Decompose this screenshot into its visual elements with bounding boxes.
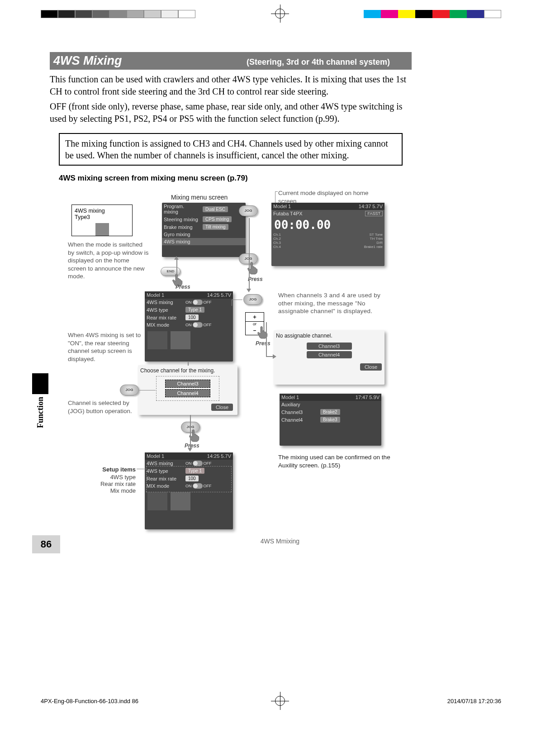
- home-screen: Model 114:37 5.7V Futaba T4PX FASST 00:0…: [271, 203, 384, 266]
- channel3-button[interactable]: Channel3: [165, 380, 210, 388]
- setup-item: 4WS type: [84, 474, 136, 481]
- arrow-line: [190, 415, 191, 449]
- arrow-line: [266, 322, 267, 356]
- leader-line: [232, 300, 242, 300]
- arrow-line: [249, 218, 250, 290]
- print-info-file: 4PX-Eng-08-Function-66-103.indd 86: [41, 698, 138, 704]
- home-timer: 00:00.00: [271, 217, 384, 233]
- mixing-setup-screen-a: Model 114:25 5.7V 4WS mixing ONOFF 4WS t…: [145, 291, 233, 362]
- leader-line: [275, 191, 278, 192]
- car-mode-icon: [147, 492, 167, 510]
- registration-grey-bar: [41, 10, 195, 18]
- jog-button[interactable]: JOG: [243, 294, 262, 305]
- menu-row: Gyro mixing: [162, 231, 246, 238]
- home-channels: Ch.1Ch.2 Ch.3Ch.4 ST ToneTH Trim D/RBrak…: [271, 233, 384, 249]
- setup-item: Mix mode: [84, 487, 136, 494]
- side-tab-label: Function: [32, 394, 49, 431]
- menu-row: Program. mixingDual ESC: [162, 203, 246, 215]
- arrow-head-icon: [174, 256, 179, 260]
- arrow-line: [176, 259, 177, 286]
- menu-row: Brake mixingTilt mixing: [162, 223, 246, 231]
- channel-select-note: Channel is selected by (JOG) button oper…: [68, 399, 136, 415]
- channel3-button[interactable]: Channel3: [307, 343, 352, 350]
- car-mode-icon: [147, 331, 167, 349]
- dialog-title: No assignable channel.: [274, 330, 384, 341]
- jog-button[interactable]: JOG: [239, 205, 258, 216]
- press-label: Press: [248, 276, 263, 282]
- jog-button[interactable]: JOG: [120, 385, 139, 395]
- arrow-head-icon: [273, 354, 276, 359]
- mixing-menu-label: Mixing menu screen: [171, 194, 228, 201]
- aux-note: The mixing used can be confirmed on the …: [278, 453, 391, 469]
- section-title-bar: 4WS Mixing (Steering, 3rd or 4th channel…: [50, 52, 412, 70]
- side-tab: Function: [32, 373, 48, 437]
- setup-items-heading: Setup items: [84, 466, 136, 473]
- setup-items-highlight: [146, 466, 232, 492]
- row-4ws-type: 4WS type Type 1: [145, 306, 233, 314]
- setup-item: Rear mix rate: [84, 481, 136, 487]
- setup-items-list: Setup items 4WS type Rear mix rate Mix m…: [84, 466, 136, 494]
- intro-p1: This function can be used with crawlers …: [50, 73, 412, 98]
- channel4-button[interactable]: Channel4: [307, 351, 352, 358]
- car-icon: [95, 223, 109, 236]
- arrow-head-icon: [188, 448, 192, 452]
- aux-row: Channel4Brake3: [280, 416, 381, 424]
- home-brand-row: Futaba T4PX FASST: [271, 210, 384, 217]
- diagram-area: Mixing menu screen Current mode displaye…: [50, 186, 412, 571]
- arrow-head-icon: [247, 289, 251, 292]
- menu-row-selected: 4WS mixing: [162, 238, 246, 245]
- row-mix-mode: MIX mode ONOFF: [145, 321, 233, 328]
- intro-text: This function can be used with crawlers …: [50, 73, 412, 125]
- crosshair-bottom-icon: [271, 692, 289, 710]
- intro-p2: OFF (front side only), reverse phase, sa…: [50, 100, 412, 125]
- section-title: 4WS Mixing: [53, 54, 122, 68]
- car-mode-icon: [171, 492, 190, 510]
- press-label: Press: [176, 284, 190, 290]
- print-info-date: 2014/07/18 17:20:36: [447, 698, 501, 704]
- popup-subtitle: Type3: [75, 214, 129, 220]
- leader-line: [232, 300, 232, 306]
- popup-note: When the mode is switched by switch, a p…: [68, 241, 149, 281]
- row-rear-mix: Rear mix rate 100: [145, 314, 233, 321]
- crosshair-top-icon: [271, 5, 289, 23]
- mode-icons: [145, 490, 233, 513]
- row-4ws-mixing: 4WS mixing ONOFF: [145, 299, 233, 306]
- mixing-menu-screen: Program. mixingDual ESC Steering mixingC…: [162, 203, 246, 257]
- home-header: Model 114:37 5.7V: [271, 203, 384, 210]
- menu-row: Steering mixingCPS mixing: [162, 215, 246, 223]
- dialog-title: Choose channel for the mixing.: [138, 365, 237, 376]
- popup-4ws-type: 4WS mixing Type3: [71, 205, 133, 236]
- arrow-line: [188, 362, 189, 366]
- hand-pointer-icon: [256, 325, 270, 339]
- car-mode-icon: [171, 331, 190, 349]
- plus-button[interactable]: ＋: [246, 313, 264, 322]
- press-label: Press: [256, 340, 271, 347]
- registration-color-bar: [364, 10, 501, 18]
- footer-title: 4WS Mmixing: [0, 538, 560, 545]
- diagram-heading: 4WS mixing screen from mixing menu scree…: [59, 174, 412, 183]
- leader-line: [139, 390, 156, 390]
- side-tab-marker: [32, 373, 48, 394]
- note-no-assignable: When channels 3 and 4 are used by other …: [278, 291, 384, 315]
- hand-pointer-icon: [246, 261, 260, 275]
- channel4-button[interactable]: Channel4: [165, 389, 210, 397]
- aux-row: Channel3Brake2: [280, 408, 381, 416]
- leader-line: [137, 469, 146, 469]
- popup-title: 4WS mixing: [75, 208, 129, 214]
- auxiliary-screen: Model 117:47 5.9V Auxiliary Channel3Brak…: [280, 394, 381, 446]
- page-content: 4WS Mixing (Steering, 3rd or 4th channel…: [50, 52, 412, 571]
- close-button[interactable]: Close: [360, 363, 382, 371]
- note-on-rear-setup: When 4WS mixing is set to "ON", the rear…: [68, 331, 149, 363]
- notice-box: The mixing function is assigned to CH3 a…: [59, 133, 403, 166]
- close-button[interactable]: Close: [211, 404, 233, 411]
- no-assignable-dialog: No assignable channel. Channel3 Channel4…: [274, 330, 384, 385]
- mode-icons: [145, 328, 233, 352]
- aux-title: Auxiliary: [280, 401, 381, 408]
- section-subtitle: (Steering, 3rd or 4th channel system): [247, 57, 390, 67]
